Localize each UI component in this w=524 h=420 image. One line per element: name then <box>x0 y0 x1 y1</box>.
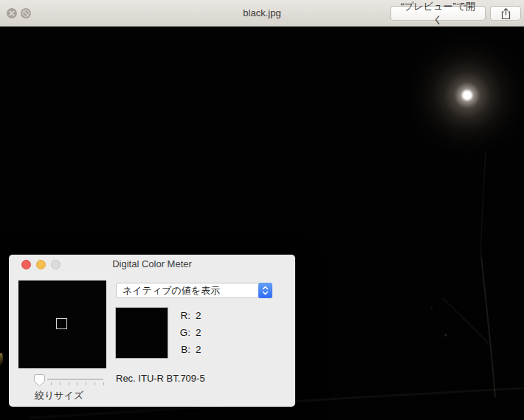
magnifier-view <box>18 280 106 368</box>
digital-color-meter-window: Digital Color Meter 絞りサイズ ネイティブの値を表示 R: … <box>9 255 295 407</box>
open-in-preview-button[interactable]: “プレビュー”で開く <box>390 6 486 21</box>
quicklook-toolbar: black.jpg “プレビュー”で開く <box>0 0 524 27</box>
aperture-slider-label: 絞りサイズ <box>32 389 86 402</box>
blue-channel-row: B: 2 <box>174 344 201 354</box>
share-button[interactable] <box>490 6 521 21</box>
close-x-icon <box>9 10 15 16</box>
dcm-close-traffic-light[interactable] <box>21 260 31 269</box>
chevron-up-down-icon <box>258 283 272 298</box>
sampled-color-swatch <box>115 307 168 359</box>
blue-channel-value: 2 <box>196 344 201 355</box>
dcm-zoom-traffic-light-disabled <box>51 260 61 269</box>
close-button[interactable] <box>7 8 17 18</box>
green-channel-value: 2 <box>196 327 201 338</box>
red-channel-value: 2 <box>196 310 201 321</box>
display-mode-selected-value: ネイティブの値を表示 <box>123 284 220 297</box>
dcm-minimize-traffic-light[interactable] <box>36 260 46 269</box>
aperture-slider-ticks <box>51 382 104 385</box>
aperture-slider-thumb[interactable] <box>33 373 46 387</box>
aperture-slider-track[interactable] <box>47 379 103 380</box>
share-icon <box>500 7 511 20</box>
aperture-square <box>56 318 67 329</box>
colorspace-label: Rec. ITU-R BT.709-5 <box>116 373 205 384</box>
dcm-titlebar[interactable]: Digital Color Meter <box>9 255 295 274</box>
fullscreen-button[interactable] <box>21 8 31 18</box>
rgb-readout: R: 2 G: 2 B: 2 <box>174 310 201 361</box>
red-channel-label: R: <box>174 310 190 321</box>
slash-circle-icon <box>22 10 30 17</box>
red-channel-row: R: 2 <box>174 310 201 320</box>
green-channel-row: G: 2 <box>174 327 201 337</box>
blue-channel-label: B: <box>174 344 190 355</box>
display-mode-dropdown[interactable]: ネイティブの値を表示 <box>116 283 272 298</box>
green-channel-label: G: <box>174 327 190 338</box>
